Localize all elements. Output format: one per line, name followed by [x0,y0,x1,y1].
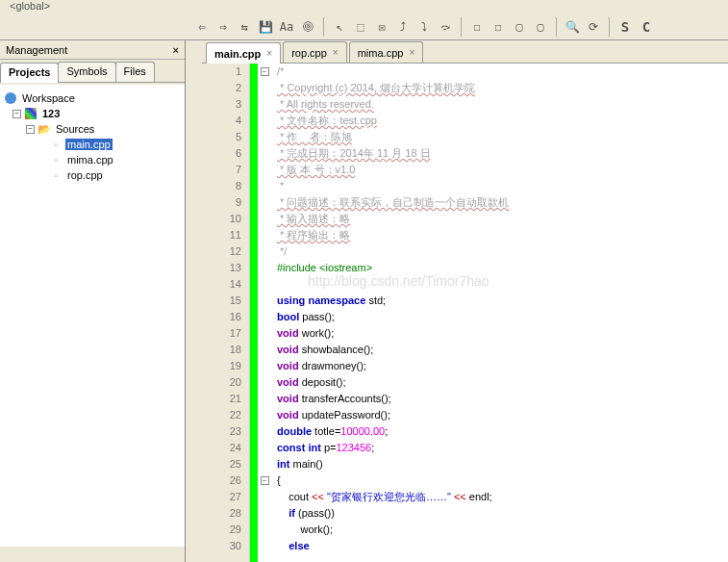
close-icon[interactable]: × [333,47,339,58]
file-icon: ▫ [49,138,63,151]
workspace-label: Workspace [20,92,77,104]
editor-tab-mima[interactable]: mima.cpp × [349,41,424,63]
find-button[interactable]: Aa [277,17,296,37]
tab-symbols[interactable]: Symbols [58,62,115,82]
separator [556,17,557,37]
scope-label: <global> [10,0,50,12]
select-button[interactable]: ⬚ [351,17,370,37]
close-icon[interactable]: × [266,48,272,59]
editor-tab-main[interactable]: main.cpp × [206,42,281,64]
file-icon: ▫ [49,168,63,182]
workspace-icon [4,91,17,105]
tree-folder-sources[interactable]: − 📂 Sources [4,121,181,137]
management-titlebar: Management × [0,40,185,60]
tab-label: mima.cpp [358,47,404,59]
code-content[interactable]: /* * Copyright (c) 2014, 烟台大学计算机学院 * All… [271,64,728,562]
s-button[interactable]: S [615,17,635,37]
folder-icon: 📂 [38,122,51,136]
change-margin [250,64,258,562]
fold-column: −− [258,64,271,562]
tab-label: rop.cpp [291,47,327,59]
tree-project[interactable]: − 123 [4,106,181,121]
separator [609,17,610,37]
project-icon [24,107,38,120]
close-icon[interactable]: × [409,47,414,58]
tree-file-main[interactable]: ▫ main.cpp [4,137,181,152]
file-label: main.cpp [65,139,113,150]
editor-tabs: main.cpp × rop.cpp × mima.cpp × [202,40,728,64]
step-over-button[interactable]: ⤼ [436,17,455,37]
management-panel: Management × Projects Symbols Files Work… [0,40,186,562]
tree-file-rop[interactable]: ▫ rop.cpp [4,167,181,183]
tool-button-3[interactable]: ▢ [510,17,529,37]
expand-toggle[interactable]: − [13,110,21,118]
tree-file-mima[interactable]: ▫ mima.cpp [4,152,181,167]
swap-button[interactable]: ⇆ [235,17,254,37]
tool-button-1[interactable]: ☐ [467,17,487,37]
cursor-button[interactable]: ↖ [330,17,349,37]
refresh-button[interactable]: ⟳ [584,17,603,37]
file-label: mima.cpp [65,154,115,166]
step-out-button[interactable]: ⤴ [393,17,413,37]
project-label: 123 [40,108,62,119]
separator [461,17,462,37]
tool-button-2[interactable]: ☐ [489,17,508,37]
zoom-button[interactable]: 🔍 [563,17,582,37]
line-gutter: 1234567891011121314151617181920212223242… [202,64,250,562]
tree-workspace[interactable]: Workspace [4,90,181,106]
tab-label: main.cpp [214,48,261,60]
editor-area: main.cpp × rop.cpp × mima.cpp × 12345678… [202,40,728,562]
nav-forward-button[interactable]: ⇨ [213,17,233,37]
separator [323,17,324,37]
project-tree: Workspace − 123 − 📂 Sources ▫ main.cpp ▫… [0,85,185,547]
close-icon[interactable]: × [173,44,179,56]
step-in-button[interactable]: ⤵ [414,17,434,37]
nav-back-button[interactable]: ⇦ [192,17,212,37]
management-tabs: Projects Symbols Files [0,62,185,83]
folder-label: Sources [54,123,96,135]
save-button[interactable]: 💾 [256,17,275,37]
main-toolbar: ⇦ ⇨ ⇆ 💾 Aa 🞋 ↖ ⬚ ✉ ⤴ ⤵ ⤼ ☐ ☐ ▢ ▢ 🔍 ⟳ S C [0,13,728,40]
tool-button-4[interactable]: ▢ [531,17,550,37]
expand-toggle[interactable]: − [26,125,35,134]
editor-tab-rop[interactable]: rop.cpp × [283,41,347,63]
file-icon: ▫ [49,153,63,166]
management-title: Management [6,44,67,56]
c-button[interactable]: C [637,17,656,37]
file-label: rop.cpp [65,169,105,181]
code-editor[interactable]: 1234567891011121314151617181920212223242… [202,64,728,562]
bookmark-button[interactable]: 🞋 [298,17,317,37]
tab-files[interactable]: Files [115,62,155,82]
mail-button[interactable]: ✉ [372,17,391,37]
tab-projects[interactable]: Projects [0,63,59,83]
